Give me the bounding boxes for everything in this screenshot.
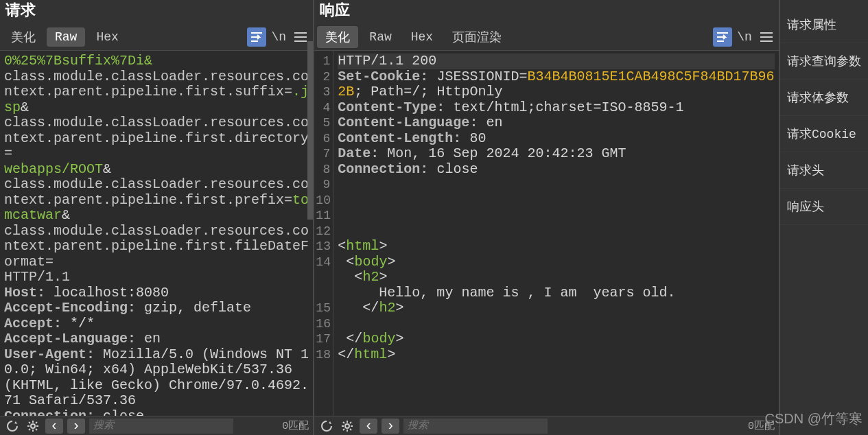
sidebar-item-5[interactable]: 响应头 <box>780 189 868 225</box>
gear-icon[interactable] <box>25 418 41 434</box>
sidebar-item-2[interactable]: 请求体参数 <box>780 80 868 116</box>
response-footer: ‹ › 0匹配 <box>314 416 779 435</box>
refresh-icon[interactable] <box>4 418 21 434</box>
sidebar-item-3[interactable]: 请求Cookie <box>780 116 868 152</box>
tab-raw[interactable]: Raw <box>47 27 85 47</box>
svg-point-0 <box>31 424 35 428</box>
request-search-input[interactable] <box>89 419 233 434</box>
request-scrollbar[interactable] <box>307 51 313 220</box>
tab-resp-raw[interactable]: Raw <box>361 27 399 47</box>
response-body-area: 123456789101112131415161718 HTTP/1.1 200… <box>314 51 779 416</box>
request-footer: ‹ › 0匹配 <box>0 416 313 435</box>
sidebar-item-4[interactable]: 请求头 <box>780 152 868 189</box>
request-match-count: 0匹配 <box>282 419 309 432</box>
next-match-button[interactable]: › <box>382 419 399 434</box>
wrap-toggle-icon[interactable] <box>713 27 732 47</box>
wrap-toggle-icon[interactable] <box>247 27 266 47</box>
svg-point-1 <box>345 424 349 428</box>
request-body-area: 0%25%7Bsuffix%7Di&class.module.classLoad… <box>0 51 313 416</box>
inspector-sidebar: 请求属性请求查询参数请求体参数请求Cookie请求头响应头 <box>780 0 868 435</box>
response-title: 响应 <box>314 0 779 23</box>
request-panel: 请求 美化 Raw Hex \n 0%25%7Bsuffix%7Di&class… <box>0 0 314 435</box>
menu-icon[interactable] <box>757 27 776 47</box>
response-panel: 响应 美化 Raw Hex 页面渲染 \n 123456789101112131… <box>314 0 780 435</box>
response-tabs: 美化 Raw Hex 页面渲染 \n <box>314 23 779 51</box>
request-title: 请求 <box>0 0 313 23</box>
tab-hex[interactable]: Hex <box>88 27 126 47</box>
sidebar-item-0[interactable]: 请求属性 <box>780 7 868 43</box>
response-match-count: 0匹配 <box>748 419 775 432</box>
prev-match-button[interactable]: ‹ <box>45 419 63 434</box>
refresh-icon[interactable] <box>318 418 335 434</box>
tab-resp-hex[interactable]: Hex <box>403 27 441 47</box>
request-tabs: 美化 Raw Hex \n <box>0 23 313 51</box>
response-gutter: 123456789101112131415161718 <box>314 51 333 416</box>
newline-icon[interactable]: \n <box>735 27 754 47</box>
gear-icon[interactable] <box>339 418 355 434</box>
newline-icon[interactable]: \n <box>269 27 288 47</box>
response-body-text[interactable]: HTTP/1.1 200Set-Cookie: JSESSIONID=B34B4… <box>333 51 779 416</box>
response-search-input[interactable] <box>403 419 548 434</box>
prev-match-button[interactable]: ‹ <box>360 419 377 434</box>
sidebar-item-1[interactable]: 请求查询参数 <box>780 43 868 80</box>
request-body-text[interactable]: 0%25%7Bsuffix%7Di&class.module.classLoad… <box>0 51 313 416</box>
tab-resp-beautify[interactable]: 美化 <box>317 26 358 48</box>
tab-resp-render[interactable]: 页面渲染 <box>444 26 510 48</box>
tab-beautify[interactable]: 美化 <box>3 26 44 48</box>
next-match-button[interactable]: › <box>67 419 85 434</box>
